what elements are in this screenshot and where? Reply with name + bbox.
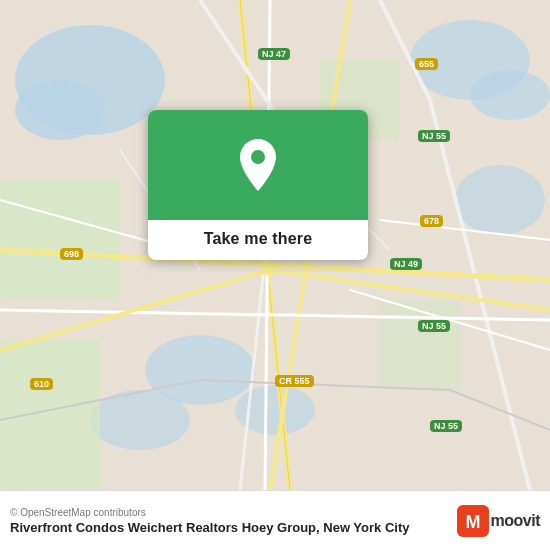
bottom-bar: © OpenStreetMap contributors Riverfront … xyxy=(0,490,550,550)
bottom-info: © OpenStreetMap contributors Riverfront … xyxy=(10,507,449,535)
location-title: Riverfront Condos Weichert Realtors Hoey… xyxy=(10,520,449,535)
road-badge-698: 698 xyxy=(60,248,83,260)
location-name: Riverfront Condos Weichert Realtors Hoey… xyxy=(10,520,323,535)
location-pin-icon xyxy=(234,137,282,193)
moovit-logo: M moovit xyxy=(457,505,540,537)
popup-card: Take me there xyxy=(148,110,368,260)
road-badge-678: 678 xyxy=(420,215,443,227)
map-container: NJ 47 655 NJ 55 678 698 NJ 49 NJ 55 610 … xyxy=(0,0,550,490)
road-badge-nj55-3: NJ 55 xyxy=(430,420,462,432)
road-badge-nj49: NJ 49 xyxy=(390,258,422,270)
location-city: New York City xyxy=(323,520,409,535)
svg-point-5 xyxy=(455,165,545,235)
popup-button-area[interactable]: Take me there xyxy=(148,220,368,260)
road-badge-cr555: CR 555 xyxy=(275,375,314,387)
attribution-text: © OpenStreetMap contributors xyxy=(10,507,449,518)
popup-green-area xyxy=(148,110,368,220)
road-badge-nj47: NJ 47 xyxy=(258,48,290,60)
road-badge-610: 610 xyxy=(30,378,53,390)
take-me-there-button[interactable]: Take me there xyxy=(204,230,313,248)
moovit-icon: M xyxy=(457,505,489,537)
svg-text:M: M xyxy=(465,512,480,532)
svg-rect-11 xyxy=(0,340,100,490)
svg-point-33 xyxy=(260,260,276,276)
road-badge-nj55-1: NJ 55 xyxy=(418,130,450,142)
svg-rect-9 xyxy=(0,180,120,300)
svg-point-2 xyxy=(15,80,105,140)
road-badge-nj55-2: NJ 55 xyxy=(418,320,450,332)
svg-rect-12 xyxy=(380,300,460,390)
svg-point-34 xyxy=(251,150,265,164)
moovit-text: moovit xyxy=(491,512,540,530)
road-badge-655: 655 xyxy=(415,58,438,70)
svg-point-4 xyxy=(470,70,550,120)
